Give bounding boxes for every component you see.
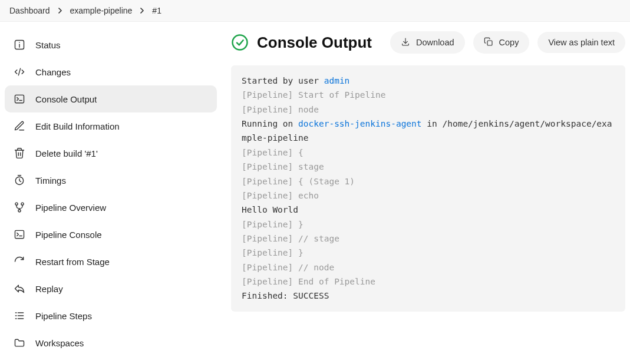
copy-button[interactable]: Copy (473, 31, 530, 54)
sidebar-item-label: Pipeline Overview (35, 203, 106, 213)
terminal-icon (13, 228, 26, 241)
sidebar-item-pipeline-steps[interactable]: Pipeline Steps (5, 302, 217, 329)
sidebar: Status Changes Console Output Edit Build… (0, 22, 222, 364)
sidebar-item-edit-build[interactable]: Edit Build Information (5, 112, 217, 140)
console-line: [Pipeline] stage (242, 162, 324, 171)
console-line: [Pipeline] } (242, 248, 304, 257)
download-icon (401, 37, 411, 48)
svg-rect-4 (15, 95, 24, 102)
breadcrumb-dashboard[interactable]: Dashboard (9, 6, 50, 15)
sidebar-item-label: Edit Build Information (35, 121, 120, 131)
sidebar-item-pipeline-overview[interactable]: Pipeline Overview (5, 194, 217, 221)
breadcrumb: Dashboard example-pipeline #1 (0, 0, 630, 22)
sidebar-item-changes[interactable]: Changes (5, 58, 217, 85)
button-label: Copy (499, 38, 519, 47)
code-icon (13, 65, 26, 78)
sidebar-item-delete-build[interactable]: Delete build '#1' (5, 140, 217, 167)
git-branch-icon (13, 201, 26, 214)
sidebar-item-console-output[interactable]: Console Output (5, 85, 217, 112)
refresh-icon (13, 255, 26, 268)
console-line: [Pipeline] End of Pipeline (242, 277, 375, 286)
svg-rect-14 (15, 230, 24, 238)
chevron-right-icon (139, 8, 145, 14)
breadcrumb-pipeline[interactable]: example-pipeline (70, 6, 133, 15)
console-line: [Pipeline] { (Stage 1) (242, 177, 355, 186)
console-line: [Pipeline] echo (242, 191, 319, 200)
terminal-icon (13, 92, 26, 105)
copy-icon (484, 37, 494, 48)
console-line: [Pipeline] // node (242, 263, 334, 272)
steps-icon (13, 309, 26, 322)
folder-icon (13, 336, 26, 349)
sidebar-item-timings[interactable]: Timings (5, 167, 217, 194)
console-line: [Pipeline] Start of Pipeline (242, 90, 385, 100)
chevron-right-icon (57, 8, 63, 14)
svg-line-3 (18, 68, 20, 75)
svg-point-22 (233, 35, 248, 50)
sidebar-item-workspaces[interactable]: Workspaces (5, 329, 217, 356)
console-line: [Pipeline] // stage (242, 234, 339, 243)
sidebar-item-label: Timings (35, 176, 66, 186)
replay-icon (13, 282, 26, 295)
breadcrumb-build[interactable]: #1 (152, 6, 161, 15)
sidebar-item-pipeline-console[interactable]: Pipeline Console (5, 221, 217, 248)
sidebar-item-label: Workspaces (35, 338, 84, 348)
console-line: [Pipeline] { (242, 148, 304, 157)
clock-icon (13, 174, 26, 187)
console-line: [Pipeline] node (242, 105, 319, 114)
sidebar-item-label: Pipeline Steps (35, 311, 92, 321)
view-plain-text-button[interactable]: View as plain text (537, 32, 625, 53)
sidebar-item-status[interactable]: Status (5, 31, 217, 58)
console-output: Started by user admin [Pipeline] Start o… (231, 65, 625, 312)
download-button[interactable]: Download (390, 31, 465, 54)
success-icon (231, 34, 249, 51)
sidebar-item-restart-stage[interactable]: Restart from Stage (5, 248, 217, 275)
page-header: Console Output Download Copy View as pla… (231, 31, 625, 54)
sidebar-item-label: Delete build '#1' (35, 148, 98, 158)
info-icon (13, 38, 26, 51)
button-label: View as plain text (548, 38, 615, 47)
page-title: Console Output (257, 34, 382, 52)
svg-rect-23 (487, 41, 492, 45)
sidebar-item-label: Pipeline Console (35, 230, 102, 240)
edit-icon (13, 120, 26, 133)
sidebar-item-replay[interactable]: Replay (5, 275, 217, 302)
console-line: Hello World (242, 205, 298, 214)
trash-icon (13, 147, 26, 160)
sidebar-item-label: Restart from Stage (35, 257, 110, 267)
sidebar-item-label: Status (35, 40, 61, 50)
console-line: [Pipeline] } (242, 220, 304, 229)
sidebar-item-label: Replay (35, 284, 63, 294)
console-line: Finished: SUCCESS (242, 291, 329, 300)
sidebar-item-label: Changes (35, 67, 71, 77)
console-line: Running on docker-ssh-jenkins-agent in /… (242, 119, 612, 143)
agent-link[interactable]: docker-ssh-jenkins-agent (298, 119, 422, 128)
user-link[interactable]: admin (324, 76, 350, 85)
sidebar-item-label: Console Output (35, 94, 97, 104)
button-label: Download (416, 38, 454, 47)
main-content: Console Output Download Copy View as pla… (222, 22, 630, 364)
console-line: Started by user admin (242, 76, 349, 85)
